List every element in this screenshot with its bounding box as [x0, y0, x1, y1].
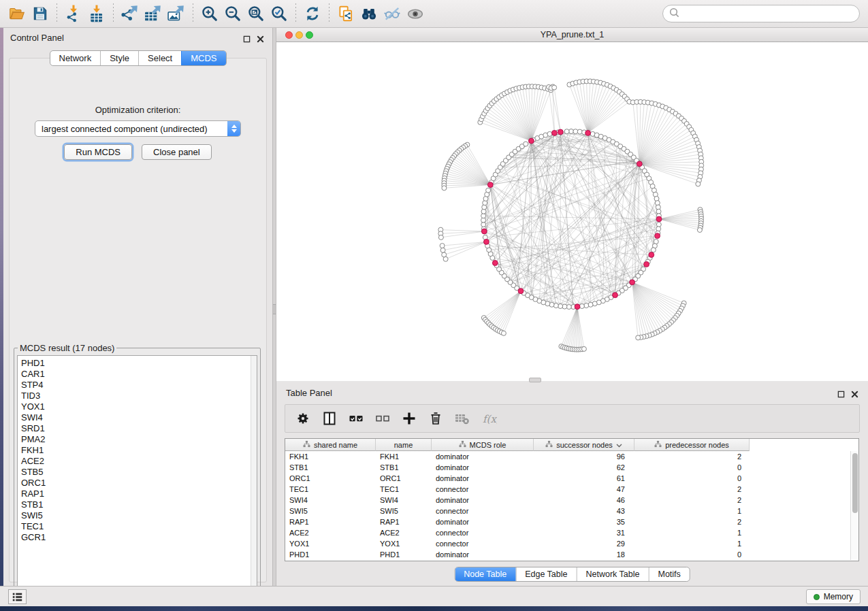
cell-predecessor_nodes[interactable]: 0	[634, 462, 750, 473]
mcds-result-item[interactable]: SWI4	[21, 412, 257, 423]
table-row[interactable]: YOX1YOX1connector291	[285, 538, 858, 549]
mcds-result-item[interactable]: FKH1	[21, 445, 257, 456]
mcds-result-item[interactable]: SRD1	[21, 423, 257, 434]
table-row[interactable]: PHD1PHD1dominator180	[285, 549, 858, 560]
cell-shared_name[interactable]: FKH1	[285, 451, 376, 462]
network-node[interactable]	[486, 188, 491, 193]
cell-successor_nodes[interactable]: 46	[534, 495, 634, 506]
cell-successor_nodes[interactable]: 61	[534, 473, 634, 484]
zoom-in-icon[interactable]	[200, 4, 220, 24]
table-row[interactable]: ORC1ORC1dominator610	[285, 473, 858, 484]
mcds-result-item[interactable]: SWI5	[21, 510, 257, 521]
network-node[interactable]	[564, 129, 569, 134]
cell-successor_nodes[interactable]: 31	[534, 527, 634, 538]
mcds-node[interactable]	[649, 252, 654, 258]
network-node[interactable]	[524, 142, 528, 146]
mcds-result-item[interactable]: RAP1	[21, 489, 257, 499]
glasses-slash-icon[interactable]	[383, 4, 402, 24]
zoom-fit-icon[interactable]	[246, 4, 266, 24]
cell-predecessor_nodes[interactable]: 2	[634, 516, 750, 527]
cell-name[interactable]: SWI4	[376, 495, 432, 506]
network-node[interactable]	[438, 235, 443, 240]
column-header-predecessor-nodes[interactable]: predecessor nodes	[634, 439, 750, 451]
mcds-node[interactable]	[492, 261, 498, 266]
table-row[interactable]: TEC1TEC1connector472	[285, 484, 858, 495]
close-table-panel-icon[interactable]	[851, 389, 860, 397]
binoculars-icon[interactable]	[359, 4, 379, 24]
cell-shared_name[interactable]: SWI5	[285, 506, 376, 516]
close-panel-icon[interactable]	[257, 33, 266, 42]
cell-name[interactable]: SWI5	[376, 506, 432, 516]
cell-mcds_role[interactable]: connector	[432, 484, 534, 495]
refresh-view-icon[interactable]	[303, 4, 323, 24]
network-node[interactable]	[553, 303, 558, 308]
cell-mcds_role[interactable]: dominator	[432, 462, 534, 473]
mcds-result-item[interactable]: TEC1	[21, 521, 257, 532]
cell-successor_nodes[interactable]: 35	[534, 516, 634, 527]
mcds-node[interactable]	[484, 240, 489, 245]
export-image-icon[interactable]	[167, 4, 187, 24]
cell-successor_nodes[interactable]: 18	[534, 549, 634, 560]
cell-successor_nodes[interactable]: 62	[534, 462, 634, 473]
network-node[interactable]	[581, 346, 586, 351]
cell-predecessor_nodes[interactable]: 1	[634, 527, 750, 538]
horizontal-splitter[interactable]	[529, 378, 541, 382]
mcds-result-item[interactable]: ORC1	[21, 478, 257, 489]
cell-name[interactable]: ORC1	[376, 473, 432, 484]
mcds-result-item[interactable]: ACE2	[21, 456, 257, 467]
eye-icon[interactable]	[406, 4, 425, 24]
mcds-node[interactable]	[558, 129, 563, 135]
tab-motifs[interactable]: Motifs	[648, 567, 689, 581]
cell-successor_nodes[interactable]: 29	[534, 538, 634, 549]
memory-button[interactable]: Memory	[806, 589, 861, 604]
float-panel-icon[interactable]	[243, 33, 252, 42]
network-node[interactable]	[442, 186, 447, 191]
export-table-icon[interactable]	[144, 4, 163, 24]
cell-predecessor_nodes[interactable]: 2	[634, 484, 750, 495]
tab-mcds[interactable]: MCDS	[181, 51, 225, 65]
settings-gear-icon[interactable]	[294, 410, 312, 427]
mcds-node[interactable]	[655, 233, 660, 239]
cell-successor_nodes[interactable]: 43	[534, 506, 634, 516]
cell-shared_name[interactable]: TEC1	[285, 484, 376, 495]
network-node[interactable]	[501, 331, 506, 335]
table-scrollbar-thumb[interactable]	[852, 453, 858, 513]
cell-shared_name[interactable]: STB1	[285, 462, 376, 473]
mcds-result-item[interactable]: PHD1	[21, 358, 257, 369]
network-node[interactable]	[636, 335, 641, 340]
import-table-icon[interactable]	[87, 4, 107, 24]
run-mcds-button[interactable]: Run MCDS	[64, 144, 132, 160]
mcds-result-item[interactable]: STP4	[21, 380, 257, 391]
cell-mcds_role[interactable]: connector	[432, 538, 534, 549]
column-header-name[interactable]: name	[376, 439, 432, 451]
tab-select[interactable]: Select	[138, 51, 181, 65]
cell-predecessor_nodes[interactable]: 1	[634, 506, 750, 516]
cell-mcds_role[interactable]: dominator	[432, 473, 534, 484]
search-input[interactable]	[680, 7, 859, 20]
network-canvas[interactable]	[276, 42, 868, 381]
mcds-result-item[interactable]: TID3	[21, 391, 257, 401]
mcds-result-item[interactable]: GCR1	[21, 532, 257, 543]
export-network-icon[interactable]	[120, 4, 140, 24]
cell-predecessor_nodes[interactable]: 2	[634, 451, 750, 462]
table-row[interactable]: ACE2ACE2connector311	[285, 527, 858, 538]
network-node[interactable]	[651, 248, 656, 252]
mcds-result-item[interactable]: PMA2	[21, 434, 257, 445]
cell-mcds_role[interactable]: dominator	[432, 549, 534, 560]
mcds-result-item[interactable]: CAR1	[21, 369, 257, 380]
save-session-icon[interactable]	[31, 4, 50, 24]
mcds-node[interactable]	[644, 262, 649, 267]
column-header-MCDS-role[interactable]: MCDS role	[432, 439, 534, 451]
mcds-node[interactable]	[552, 131, 558, 136]
cell-predecessor_nodes[interactable]: 0	[634, 473, 750, 484]
result-list-scrollbar[interactable]	[251, 356, 257, 593]
deselect-all-columns-icon[interactable]	[374, 410, 391, 427]
cell-predecessor_nodes[interactable]: 2	[634, 495, 750, 506]
network-node[interactable]	[552, 85, 557, 90]
network-node[interactable]	[547, 131, 552, 136]
network-node[interactable]	[579, 304, 584, 309]
network-node[interactable]	[697, 228, 702, 233]
tab-network[interactable]: Network	[50, 51, 100, 65]
table-row[interactable]: SWI4SWI4dominator462	[285, 495, 858, 506]
network-node[interactable]	[440, 244, 445, 248]
